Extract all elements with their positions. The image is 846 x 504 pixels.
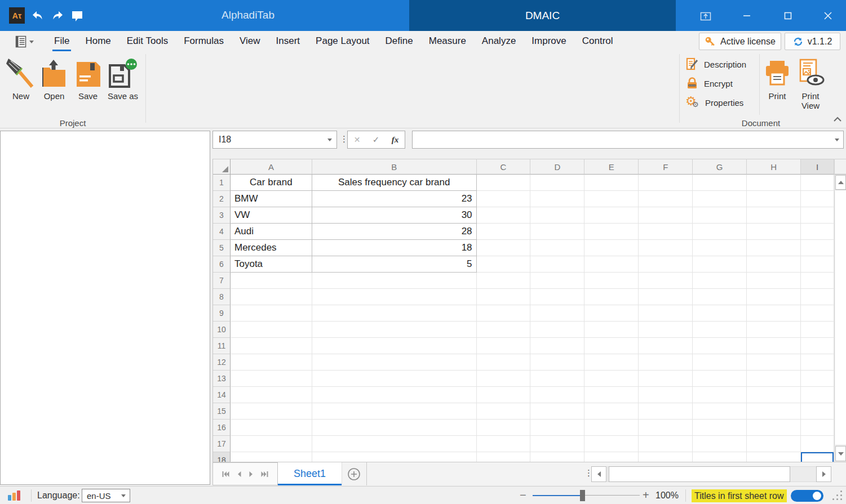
- cell-G7[interactable]: [693, 273, 747, 289]
- save-button[interactable]: Save: [73, 55, 103, 101]
- cell-H11[interactable]: [747, 338, 801, 354]
- cell-C10[interactable]: [477, 322, 531, 338]
- menu-item-improve[interactable]: Improve: [524, 31, 574, 52]
- cell-name-box[interactable]: I18: [212, 131, 337, 149]
- cell-F7[interactable]: [639, 273, 693, 289]
- cell-D2[interactable]: [530, 191, 584, 207]
- scroll-right-button[interactable]: [816, 466, 831, 482]
- cell-A6[interactable]: Toyota: [231, 256, 312, 273]
- cell-E5[interactable]: [584, 240, 639, 256]
- cell-E8[interactable]: [584, 289, 639, 305]
- cell-D5[interactable]: [530, 240, 584, 256]
- cell-F6[interactable]: [639, 256, 693, 273]
- cell-F15[interactable]: [639, 403, 693, 420]
- cell-F9[interactable]: [639, 305, 693, 322]
- zoom-in-button[interactable]: +: [643, 487, 649, 503]
- menu-item-view[interactable]: View: [232, 31, 268, 52]
- cell-I7[interactable]: [801, 273, 834, 289]
- cell-I18[interactable]: [801, 452, 834, 462]
- cell-F3[interactable]: [639, 207, 693, 224]
- menu-item-measure[interactable]: Measure: [421, 31, 474, 52]
- cell-I12[interactable]: [801, 354, 834, 371]
- formula-input[interactable]: [412, 131, 844, 149]
- cell-E7[interactable]: [584, 273, 639, 289]
- chevron-down-icon[interactable]: [327, 139, 332, 141]
- next-sheet-icon[interactable]: [249, 471, 254, 478]
- cell-E10[interactable]: [584, 322, 639, 338]
- cell-E1[interactable]: [584, 175, 639, 191]
- cancel-entry-icon[interactable]: ✕: [354, 135, 361, 144]
- cell-C2[interactable]: [477, 191, 531, 207]
- cell-H10[interactable]: [747, 322, 801, 338]
- cell-G6[interactable]: [693, 256, 747, 273]
- cell-D13[interactable]: [530, 371, 584, 387]
- cell-E4[interactable]: [584, 224, 639, 240]
- cell-F1[interactable]: [639, 175, 693, 191]
- row-header-7[interactable]: 7: [213, 273, 231, 289]
- collapse-ribbon-button[interactable]: [833, 115, 842, 125]
- cell-G13[interactable]: [693, 371, 747, 387]
- column-header-C[interactable]: C: [477, 159, 531, 175]
- zoom-out-button[interactable]: −: [520, 487, 526, 503]
- cell-A14[interactable]: [231, 387, 312, 403]
- cell-I6[interactable]: [801, 256, 834, 273]
- cell-C7[interactable]: [477, 273, 531, 289]
- zoom-slider-thumb[interactable]: [580, 490, 585, 501]
- cell-G11[interactable]: [693, 338, 747, 354]
- undo-icon[interactable]: [30, 8, 45, 23]
- cell-G12[interactable]: [693, 354, 747, 371]
- cell-H13[interactable]: [747, 371, 801, 387]
- cell-H18[interactable]: [747, 452, 801, 462]
- comment-icon[interactable]: [70, 8, 85, 23]
- select-all-corner[interactable]: [213, 159, 231, 175]
- cell-I2[interactable]: [801, 191, 834, 207]
- cell-H16[interactable]: [747, 420, 801, 436]
- cell-A1[interactable]: Car brand: [231, 175, 312, 191]
- menu-item-formulas[interactable]: Formulas: [176, 31, 232, 52]
- cell-E2[interactable]: [584, 191, 639, 207]
- project-explorer-panel[interactable]: [0, 131, 210, 485]
- cell-B1[interactable]: Sales frequency car brand: [312, 175, 477, 191]
- add-sheet-button[interactable]: [347, 467, 361, 481]
- menu-item-page-layout[interactable]: Page Layout: [308, 31, 377, 52]
- cell-E12[interactable]: [584, 354, 639, 371]
- column-header-I[interactable]: I: [801, 159, 834, 175]
- cell-F14[interactable]: [639, 387, 693, 403]
- column-header-B[interactable]: B: [312, 159, 477, 175]
- statistics-icon[interactable]: [8, 490, 21, 501]
- scroll-left-button[interactable]: [591, 466, 606, 482]
- cell-C13[interactable]: [477, 371, 531, 387]
- sheet-tab-sheet1[interactable]: Sheet1: [278, 462, 342, 485]
- cell-H7[interactable]: [747, 273, 801, 289]
- cell-C18[interactable]: [477, 452, 531, 462]
- cell-D17[interactable]: [530, 436, 584, 452]
- row-header-16[interactable]: 16: [213, 420, 231, 436]
- row-header-5[interactable]: 5: [213, 240, 231, 256]
- cell-A13[interactable]: [231, 371, 312, 387]
- cell-E18[interactable]: [584, 452, 639, 462]
- horizontal-scrollbar-thumb[interactable]: [609, 466, 790, 482]
- cell-H14[interactable]: [747, 387, 801, 403]
- cell-G5[interactable]: [693, 240, 747, 256]
- titles-first-row-toggle[interactable]: [791, 490, 823, 502]
- cell-G16[interactable]: [693, 420, 747, 436]
- cell-B10[interactable]: [312, 322, 477, 338]
- cell-B17[interactable]: [312, 436, 477, 452]
- cell-B16[interactable]: [312, 420, 477, 436]
- column-header-A[interactable]: A: [231, 159, 312, 175]
- cell-G15[interactable]: [693, 403, 747, 420]
- cell-H6[interactable]: [747, 256, 801, 273]
- redo-icon[interactable]: [50, 8, 65, 23]
- cell-A10[interactable]: [231, 322, 312, 338]
- cell-F16[interactable]: [639, 420, 693, 436]
- cell-B8[interactable]: [312, 289, 477, 305]
- row-header-13[interactable]: 13: [213, 371, 231, 387]
- cell-F10[interactable]: [639, 322, 693, 338]
- cell-A15[interactable]: [231, 403, 312, 420]
- open-button[interactable]: Open: [38, 55, 70, 101]
- cell-B13[interactable]: [312, 371, 477, 387]
- cell-A5[interactable]: Mercedes: [231, 240, 312, 256]
- row-header-14[interactable]: 14: [213, 387, 231, 403]
- cell-F18[interactable]: [639, 452, 693, 462]
- cell-F12[interactable]: [639, 354, 693, 371]
